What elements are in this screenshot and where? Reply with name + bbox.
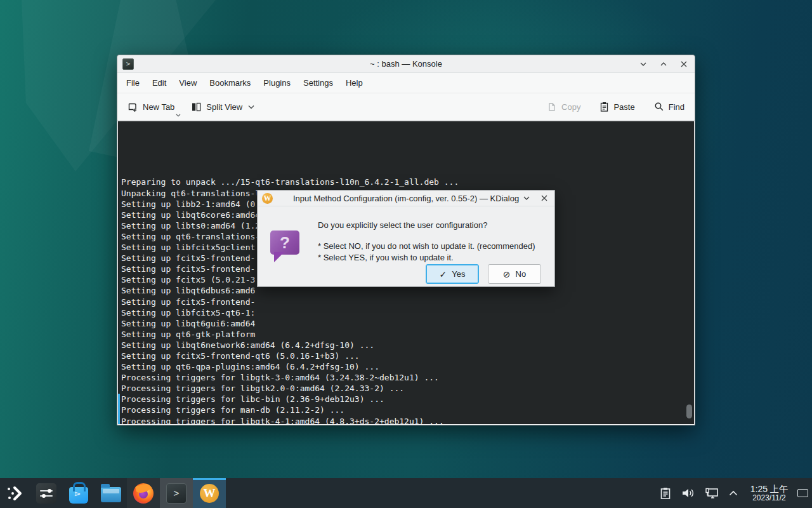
terminal-line: Setting up fcitx5-frontend- — [121, 297, 694, 307]
kdialog-title: Input Method Configuration (im-config, v… — [258, 194, 554, 203]
minimize-icon[interactable] — [638, 58, 649, 70]
no-label: No — [516, 269, 527, 279]
prompt-marker — [118, 394, 120, 424]
menubar: FileEditViewBookmarksPluginsSettingsHelp — [117, 73, 695, 93]
file-manager-button[interactable] — [95, 478, 127, 508]
folder-icon — [101, 487, 121, 502]
menu-item[interactable]: Plugins — [257, 74, 297, 91]
chevron-down-icon[interactable] — [521, 192, 532, 204]
search-icon — [654, 102, 664, 112]
copy-label: Copy — [561, 102, 580, 112]
terminal-line: Setting up fcitx5-frontend-qt6 (5.0.16-1… — [121, 351, 694, 361]
yes-label: Yes — [452, 269, 465, 279]
dialog-option-yes: * Select YES, if you wish to update it. — [318, 253, 544, 264]
taskbar: > W — [0, 478, 812, 508]
copy-icon — [547, 102, 557, 112]
paste-button[interactable]: Paste — [596, 98, 638, 116]
system-tray — [660, 487, 738, 500]
terminal-line: Setting up libqt6gui6:amd64 — [121, 318, 694, 329]
clock-time: 1:25 上午 — [750, 484, 788, 494]
task-kdialog[interactable]: W — [193, 478, 226, 508]
discover-button[interactable] — [62, 478, 95, 508]
menu-item[interactable]: Bookmarks — [203, 74, 257, 91]
yes-button[interactable]: ✓ Yes — [426, 264, 479, 284]
new-tab-label: New Tab — [143, 102, 174, 112]
terminal-line: Processing triggers for man-db (2.11.2-2… — [121, 404, 694, 415]
check-icon: ✓ — [440, 269, 447, 279]
chevron-down-icon[interactable] — [248, 105, 254, 109]
terminal-line: Processing triggers for libgtk2.0-0:amd6… — [121, 383, 694, 394]
discover-icon — [69, 487, 88, 504]
menu-item[interactable]: View — [173, 74, 203, 91]
terminal-line: Setting up qt6-gtk-platform — [121, 329, 694, 340]
split-view-icon — [191, 102, 202, 112]
close-icon[interactable] — [539, 192, 550, 204]
new-tab-icon — [128, 102, 138, 112]
app-launcher-button[interactable] — [0, 478, 30, 508]
close-icon[interactable] — [678, 58, 690, 70]
terminal-line: Processing triggers for libgtk-4-1:amd64… — [121, 416, 694, 424]
terminal-line: Preparing to unpack .../15-qt6-translati… — [121, 177, 694, 187]
terminal-line: Processing triggers for libc-bin (2.36-9… — [121, 394, 694, 404]
scrollbar-thumb[interactable] — [686, 404, 692, 418]
find-label: Find — [669, 102, 684, 112]
toolbar: New Tab Split View Copy — [117, 93, 695, 121]
find-button[interactable]: Find — [650, 98, 688, 116]
konsole-icon: > — [166, 483, 187, 504]
clock-date: 2023/11/2 — [750, 494, 788, 503]
im-config-icon: W — [200, 484, 219, 503]
dialog-question: Do you explicitly select the user config… — [318, 220, 544, 230]
clipboard-icon[interactable] — [660, 487, 671, 500]
terminal-line: Setting up libfcitx5-qt6-1: — [121, 307, 694, 318]
menu-item[interactable]: Settings — [297, 74, 339, 91]
split-view-label: Split View — [206, 102, 242, 112]
copy-button[interactable]: Copy — [543, 98, 584, 116]
system-settings-button[interactable] — [30, 478, 62, 508]
kde-launcher-icon — [6, 484, 25, 503]
new-tab-button[interactable]: New Tab — [124, 98, 178, 116]
menu-item[interactable]: Edit — [146, 74, 173, 91]
konsole-titlebar[interactable]: > ~ : bash — Konsole — [117, 55, 695, 73]
kdialog-titlebar[interactable]: W Input Method Configuration (im-config,… — [258, 190, 554, 206]
menu-item[interactable]: File — [120, 74, 146, 91]
window-title: ~ : bash — Konsole — [117, 59, 695, 69]
terminal-line: Processing triggers for libgtk-3-0:amd64… — [121, 372, 694, 383]
split-view-button[interactable]: Split View — [187, 98, 258, 116]
cancel-icon: ⊘ — [503, 269, 511, 279]
volume-icon[interactable] — [681, 487, 695, 499]
settings-icon — [36, 483, 56, 504]
dialog-option-no: * Select NO, if you do not wish to updat… — [318, 241, 544, 253]
show-desktop-icon — [797, 489, 808, 497]
terminal-line: Setting up libqt6network6:amd64 (6.4.2+d… — [121, 340, 694, 351]
no-button[interactable]: ⊘ No — [488, 264, 541, 284]
tray-expand-icon[interactable] — [729, 490, 738, 496]
menu-item[interactable]: Help — [339, 74, 369, 91]
paste-label: Paste — [613, 102, 634, 112]
paste-icon — [599, 102, 609, 112]
chevron-down-icon — [176, 114, 181, 117]
firefox-icon — [133, 483, 154, 504]
task-konsole[interactable]: > — [160, 478, 193, 508]
terminal-line: Setting up qt6-qpa-plugins:amd64 (6.4.2+… — [121, 361, 694, 372]
kdialog-window: W Input Method Configuration (im-config,… — [257, 190, 555, 287]
maximize-icon[interactable] — [658, 58, 669, 70]
task-firefox[interactable] — [127, 478, 160, 508]
network-icon[interactable] — [705, 487, 719, 500]
question-icon: ? — [270, 231, 299, 255]
clock[interactable]: 1:25 上午 2023/11/2 — [750, 484, 788, 503]
show-desktop-button[interactable] — [794, 478, 811, 508]
